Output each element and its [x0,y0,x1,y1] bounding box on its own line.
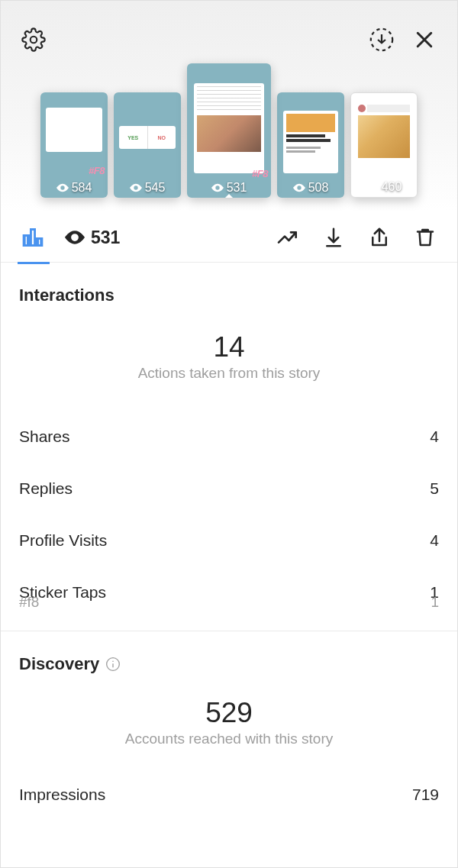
discovery-caption: Accounts reached with this story [19,731,439,747]
views-count: 531 [65,227,120,248]
metric-value: 4 [430,531,439,550]
metric-value: 719 [412,786,439,804]
info-icon[interactable] [105,657,121,672]
metric-row-shares: Shares 4 [19,411,439,463]
download-icon [322,226,345,249]
interactions-total: 14 [19,331,439,363]
views-number: 531 [91,227,120,248]
metric-label: Shares [19,428,70,446]
thumbnail-views: 584 [40,181,108,195]
thumbnail-view-count: 531 [227,181,247,195]
story-thumbnail[interactable]: YES NO 545 [114,92,181,198]
active-indicator-caret [218,194,240,198]
eye-icon [56,183,69,192]
thumbnail-views: 531 [187,181,271,195]
metric-value: 4 [430,428,439,446]
metric-row-profile-visits: Profile Visits 4 [19,515,439,566]
svg-rect-3 [31,229,34,245]
close-button[interactable] [408,24,440,56]
delete-button[interactable] [410,222,440,253]
insights-tab-button[interactable] [18,222,48,253]
settings-button[interactable] [18,24,50,56]
insights-action-bar: 531 [1,211,457,263]
promote-button[interactable] [273,222,303,253]
thumbnail-preview-content: YES NO [119,126,176,149]
share-button[interactable] [364,222,395,253]
bar-chart-icon [21,225,45,250]
trend-up-icon [276,225,300,250]
svg-point-7 [112,660,114,662]
download-dashed-icon [369,27,395,53]
trash-icon [414,226,437,249]
metric-row-impressions: Impressions 719 [19,769,439,805]
story-carousel-header: #F8 584 YES NO 545 #F8 [1,1,457,211]
hashtag-sticker: #F8 [252,168,268,179]
discovery-section: Discovery 529 Accounts reached with this… [1,631,457,821]
eye-icon [65,231,85,244]
thumbnail-photo [197,115,261,152]
active-tab-underline [18,262,50,264]
metric-label: Profile Visits [19,531,107,550]
gear-icon [21,27,46,52]
section-title: Interactions [19,286,439,305]
thumbnail-preview-content [194,83,264,173]
interactions-caption: Actions taken from this story [19,365,439,382]
svg-point-0 [31,37,37,44]
eye-icon [366,182,379,192]
download-button[interactable] [318,222,349,253]
story-thumbnail-carousel[interactable]: #F8 584 YES NO 545 #F8 [1,63,457,198]
section-title: Discovery [19,654,439,674]
story-thumbnail[interactable]: 460 [350,92,418,198]
hashtag-sticker: #F8 [89,165,105,176]
thumbnail-views: 545 [114,181,181,195]
top-right-actions [366,24,440,56]
thumbnail-view-count: 460 [382,180,402,194]
discovery-total: 529 [19,697,439,729]
thumbnail-preview-content [356,102,412,186]
thumbnail-view-count: 545 [145,181,166,195]
eye-icon [130,183,142,192]
interactions-metrics: Shares 4 Replies 5 Profile Visits 4 Stic… [19,411,439,615]
discovery-metrics: Impressions 719 [19,769,439,805]
story-thumbnail[interactable]: #F8 584 [40,92,108,198]
thumbnail-views: 508 [277,181,344,195]
metric-value: 5 [430,479,439,498]
metric-label: Replies [19,479,73,498]
thumbnail-view-count: 508 [308,181,329,195]
metric-row-replies: Replies 5 [19,463,439,515]
thumbnail-view-count: 584 [72,181,92,195]
thumbnail-preview-content [46,108,102,152]
metric-sub-value: 1 [431,594,439,611]
right-actions [273,222,440,253]
eye-icon [211,183,224,192]
share-icon [368,226,391,249]
thumbnail-views: 460 [351,180,417,194]
interactions-section: Interactions 14 Actions taken from this … [1,263,457,631]
metric-sub-label: #f8 [19,594,39,611]
top-controls [1,24,457,56]
metric-label: Impressions [19,786,105,804]
save-to-archive-button[interactable] [366,24,398,56]
thumbnail-preview-content [283,111,338,173]
close-icon [413,28,436,51]
story-thumbnail[interactable]: 508 [277,92,344,198]
discovery-title-text: Discovery [19,654,99,674]
eye-icon [293,183,305,192]
story-thumbnail-active[interactable]: #F8 531 [187,63,271,198]
